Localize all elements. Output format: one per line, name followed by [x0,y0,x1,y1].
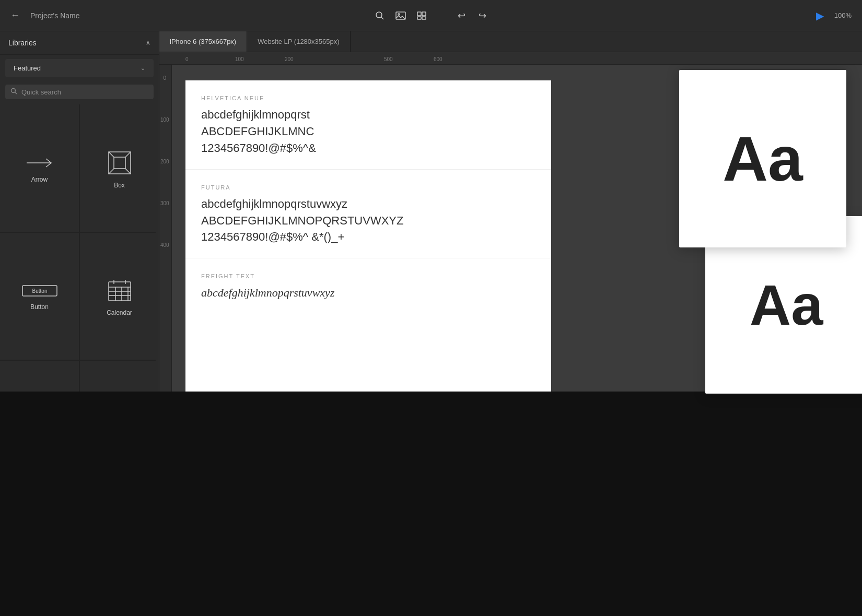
svg-line-9 [15,92,17,94]
button-label: Button [30,303,49,311]
component-button[interactable]: Button Button [0,233,79,360]
svg-rect-6 [417,17,421,19]
toolbar-right: ▶ 100% [816,9,852,22]
dropdown-chevron-icon: ⌄ [141,65,145,72]
svg-rect-7 [422,17,426,19]
scrollbar-thumb[interactable] [156,207,158,360]
svg-rect-4 [417,12,421,16]
zoom-level: 100% [834,11,852,19]
ruler-mark-0: 0 [185,56,235,62]
font-card-1-text: Aa [723,127,802,190]
tab-iphone[interactable]: iPhone 6 (375x667px) [159,31,247,52]
font-label-helvetica: HELVETICA NEUE [201,95,535,101]
component-calendar[interactable]: Calendar [80,233,159,360]
svg-line-1 [381,17,384,19]
font-sample-futura: abcdefghijklmnopqrstuvwxyz ABCDEFGHIJKLM… [201,196,535,246]
ruler-left-300: 300 [160,200,169,242]
svg-line-15 [125,169,131,174]
ruler-left-200: 200 [160,159,169,200]
ruler-mark-300 [334,56,384,62]
box-component-icon [106,149,133,176]
bottom-area [0,392,862,616]
font-card-2-text: Aa [750,276,823,334]
svg-line-12 [109,152,114,157]
font-specimen-freight: FREIGHT TEXT abcdefghijklmnopqrstuvwxyz [185,258,551,314]
search-input-wrap[interactable] [5,85,154,99]
svg-point-8 [11,89,16,93]
svg-point-0 [376,12,382,18]
tabs-bar: iPhone 6 (375x667px) Website LP (1280x35… [159,31,862,52]
font-label-freight: FREIGHT TEXT [201,273,535,279]
ruler-mark-200: 200 [285,56,334,62]
font-specimen-helvetica: HELVETICA NEUE abcdefghijklmnopqrst ABCD… [185,80,551,170]
ruler-left-0: 0 [160,75,169,117]
font-sample-helvetica: abcdefghijklmnopqrst ABCDEFGHIJKLMNC 123… [201,106,535,157]
calendar-component-icon [107,278,133,304]
category-dropdown[interactable]: Featured ⌄ [5,59,154,77]
button-component-icon: Button [21,283,58,298]
svg-rect-5 [422,12,426,16]
tab-website[interactable]: Website LP (1280x3565px) [247,31,350,52]
project-title: Project's Name [30,11,79,20]
sidebar-chevron-icon[interactable]: ∧ [146,39,150,46]
calendar-label: Calendar [107,309,132,316]
arrow-label: Arrow [31,176,48,183]
arrow-component-icon [24,155,55,171]
image-toolbar-icon[interactable] [394,9,407,22]
search-row [0,81,159,104]
ruler-mark-100: 100 [235,56,285,62]
canvas-panel: HELVETICA NEUE abcdefghijklmnopqrst ABCD… [185,80,551,420]
sidebar-title: Libraries [8,39,37,47]
play-button[interactable]: ▶ [816,9,824,22]
svg-rect-16 [114,157,125,169]
svg-point-3 [398,14,400,15]
ruler-mark-500: 600 [434,56,483,62]
ruler-marks: 0 100 200 500 600 [185,56,483,62]
ruler-left-400: 400 [160,242,169,284]
font-sample-freight: abcdefghijklmnopqrstuvwxyz [201,285,535,301]
search-icon [10,88,17,96]
dropdown-label: Featured [14,64,41,72]
search-icon[interactable] [374,9,386,22]
font-specimen-futura: FUTURA abcdefghijklmnopqrstuvwxyz ABCDEF… [185,170,551,259]
toolbar: ← Project's Name ↩ ↪ [0,0,862,31]
ruler-left-marks: 0 100 200 300 400 [160,75,169,284]
redo-button[interactable]: ↪ [476,9,488,22]
font-label-futura: FUTURA [201,184,535,191]
ruler-mark-400: 500 [384,56,434,62]
ruler-left-100: 100 [160,117,169,159]
sidebar-header: Libraries ∧ [0,31,159,55]
svg-text:Button: Button [32,288,47,294]
box-label: Box [114,182,125,189]
component-box[interactable]: Box [80,104,159,232]
svg-line-14 [109,169,114,174]
ruler-horizontal: 0 100 200 500 600 [159,52,862,65]
component-icon[interactable] [415,9,428,22]
svg-line-13 [125,152,131,157]
undo-button[interactable]: ↩ [455,9,468,22]
search-input[interactable] [21,88,148,96]
back-button[interactable]: ← [10,10,20,21]
toolbar-center-icons: ↩ ↪ [374,9,488,22]
font-card-1: Aa [679,70,846,247]
component-arrow[interactable]: Arrow [0,104,79,232]
